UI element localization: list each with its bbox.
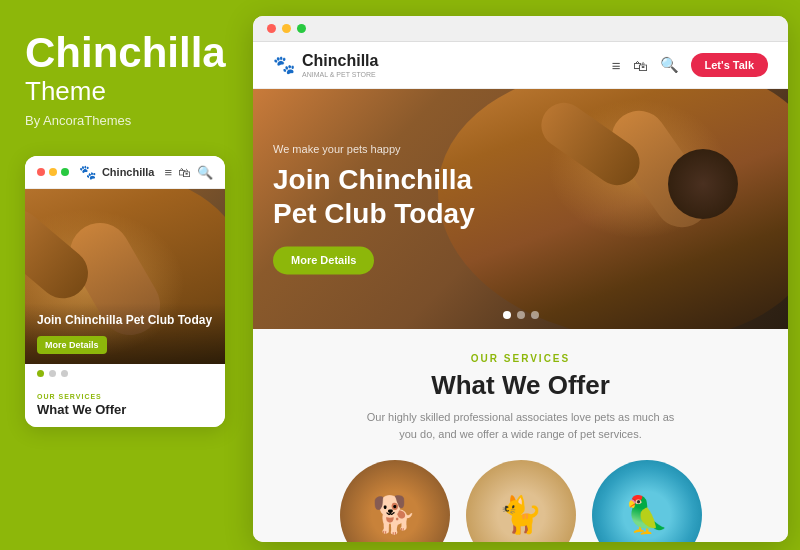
menu-icon[interactable]: ≡ — [164, 165, 172, 180]
hero-subtitle: We make your pets happy — [273, 143, 493, 155]
hero-dot-3[interactable] — [531, 311, 539, 319]
desktop-nav-right: ≡ 🛍 🔍 Let's Talk — [612, 53, 768, 77]
browser-dot-yellow — [282, 24, 291, 33]
dot-green — [61, 168, 69, 176]
desktop-brand-tagline: ANIMAL & PET STORE — [302, 71, 378, 78]
mobile-dots-row — [37, 168, 69, 176]
mobile-hero: Join Chinchilla Pet Club Today More Deta… — [25, 189, 225, 364]
slider-dot-2[interactable] — [49, 370, 56, 377]
desktop-brand-name: Chinchilla — [302, 52, 378, 70]
bag-icon[interactable]: 🛍 — [178, 165, 191, 180]
mobile-card-top: 🐾 Chinchilla ≡ 🛍 🔍 — [25, 156, 225, 189]
paw-icon: 🐾 — [79, 164, 96, 180]
dog-emoji: 🐕 — [372, 494, 417, 536]
left-panel: Chinchilla Theme By AncoraThemes 🐾 Chinc… — [0, 0, 245, 550]
brand-subtitle: Theme — [25, 76, 220, 107]
mobile-hero-title: Join Chinchilla Pet Club Today — [37, 313, 213, 329]
service-card-dog: 🐕 — [340, 460, 450, 542]
lets-talk-button[interactable]: Let's Talk — [691, 53, 768, 77]
browser-dot-red — [267, 24, 276, 33]
hero-dot-2[interactable] — [517, 311, 525, 319]
dog-head — [668, 149, 738, 219]
mobile-hero-button[interactable]: More Details — [37, 336, 107, 354]
desktop-brand-info: Chinchilla ANIMAL & PET STORE — [302, 52, 378, 78]
desktop-hero: We make your pets happy Join Chinchilla … — [253, 89, 788, 329]
services-section: OUR SERVICES What We Offer Our highly sk… — [253, 329, 788, 542]
mobile-services-label: OUR SERVICES — [37, 393, 213, 400]
brand-by: By AncoraThemes — [25, 113, 220, 128]
hero-more-button[interactable]: More Details — [273, 247, 374, 275]
mobile-nav-icons: ≡ 🛍 🔍 — [164, 165, 213, 180]
hero-main-title: Join Chinchilla Pet Club Today — [273, 163, 493, 230]
hero-dot-1[interactable] — [503, 311, 511, 319]
desktop-paw-icon: 🐾 — [273, 54, 295, 76]
desktop-search-icon[interactable]: 🔍 — [660, 56, 679, 74]
mobile-preview-card: 🐾 Chinchilla ≡ 🛍 🔍 Join Chinchilla Pet C… — [25, 156, 225, 427]
dot-red — [37, 168, 45, 176]
browser-dot-green — [297, 24, 306, 33]
mobile-nav: 🐾 Chinchilla — [79, 164, 155, 180]
brand-title: Chinchilla — [25, 30, 220, 76]
desktop-brand: 🐾 Chinchilla ANIMAL & PET STORE — [273, 52, 378, 78]
services-description: Our highly skilled professional associat… — [361, 409, 681, 442]
services-label: OUR SERVICES — [273, 353, 768, 364]
services-cards: 🐕 🐈 🦜 — [273, 460, 768, 542]
desktop-nav: 🐾 Chinchilla ANIMAL & PET STORE ≡ 🛍 🔍 Le… — [253, 42, 788, 89]
mobile-slider-dots — [25, 364, 225, 383]
search-icon[interactable]: 🔍 — [197, 165, 213, 180]
mobile-services-title: What We Offer — [37, 402, 213, 417]
cat-emoji: 🐈 — [498, 494, 543, 536]
slider-dot-1[interactable] — [37, 370, 44, 377]
hero-slider-dots — [503, 311, 539, 319]
browser-chrome — [253, 16, 788, 42]
bird-emoji: 🦜 — [624, 494, 669, 536]
service-card-bird: 🦜 — [592, 460, 702, 542]
desktop-preview: 🐾 Chinchilla ANIMAL & PET STORE ≡ 🛍 🔍 Le… — [253, 16, 788, 542]
desktop-bag-icon[interactable]: 🛍 — [633, 57, 648, 74]
mobile-hero-overlay: Join Chinchilla Pet Club Today More Deta… — [25, 303, 225, 365]
services-title: What We Offer — [273, 370, 768, 401]
desktop-menu-icon[interactable]: ≡ — [612, 57, 621, 74]
mobile-brand-name: Chinchilla — [102, 166, 155, 178]
slider-dot-3[interactable] — [61, 370, 68, 377]
service-card-cat: 🐈 — [466, 460, 576, 542]
dot-yellow — [49, 168, 57, 176]
hero-text-overlay: We make your pets happy Join Chinchilla … — [273, 143, 493, 274]
mobile-services-preview: OUR SERVICES What We Offer — [25, 383, 225, 427]
